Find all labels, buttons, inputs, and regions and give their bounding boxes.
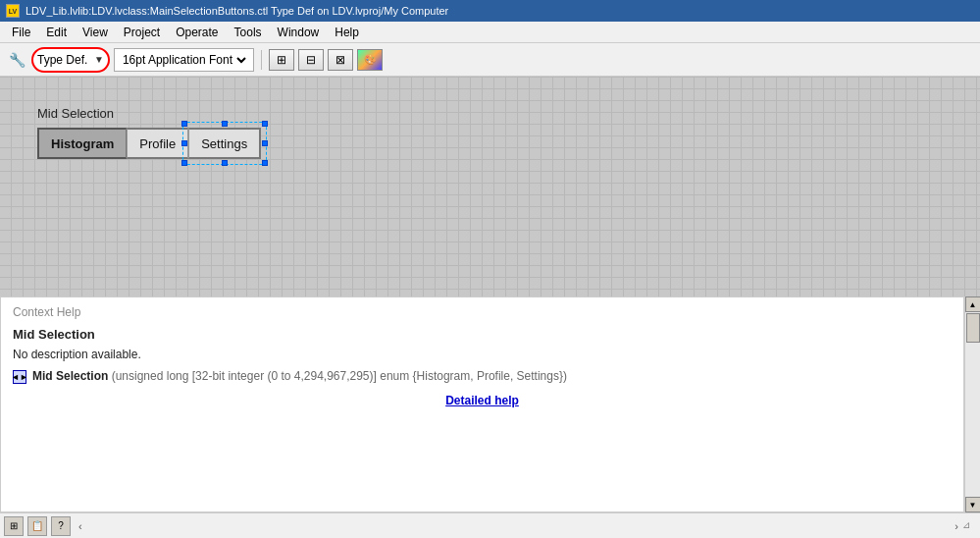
context-help-body: Mid Selection No description available. … (1, 323, 963, 508)
buttons-cluster: Histogram Profile Settings (37, 128, 261, 159)
histogram-button[interactable]: Histogram (37, 128, 127, 159)
status-icon-3[interactable]: ? (51, 516, 71, 536)
font-select[interactable]: 16pt Application Font 12pt Application F… (119, 52, 249, 68)
canvas-area: Mid Selection Histogram Profile Settings (0, 77, 980, 512)
distribute-icon[interactable]: ⊟ (298, 49, 324, 71)
context-help-panel: Context Help Mid Selection No descriptio… (0, 296, 964, 512)
color-icon[interactable]: 🎨 (357, 49, 383, 71)
type-def-dropdown[interactable]: Type Def. Control Indicator ▼ (31, 47, 110, 73)
menu-edit[interactable]: Edit (38, 24, 75, 41)
handle-top-right (262, 121, 268, 127)
scroll-up-btn[interactable]: ▲ (965, 296, 981, 312)
handle-bottom-mid (222, 160, 228, 166)
font-dropdown-wrap[interactable]: 16pt Application Font 12pt Application F… (114, 48, 254, 72)
toolbar: 🔧 Type Def. Control Indicator ▼ 16pt App… (0, 43, 980, 77)
handle-bottom-right (262, 160, 268, 166)
handle-top-mid (222, 121, 228, 127)
profile-button[interactable]: Profile (127, 128, 188, 159)
status-icon-2[interactable]: 📋 (27, 516, 47, 536)
title-bar-text: LDV_Lib.lvlib:LDV.lvclass:MainSelectionB… (26, 5, 448, 17)
context-help-header: Context Help (1, 297, 963, 323)
right-scrollbar[interactable]: ▲ ▼ (964, 296, 980, 512)
menu-operate[interactable]: Operate (168, 24, 226, 41)
menu-view[interactable]: View (75, 24, 116, 41)
menu-project[interactable]: Project (116, 24, 168, 41)
handle-top-left (181, 121, 187, 127)
settings-button-wrap: Settings (188, 128, 261, 159)
status-icon-1[interactable]: ⊞ (4, 516, 24, 536)
detailed-help-link[interactable]: Detailed help (13, 394, 952, 407)
menu-bar: File Edit View Project Operate Tools Win… (0, 22, 980, 43)
menu-help[interactable]: Help (327, 24, 367, 41)
menu-tools[interactable]: Tools (227, 24, 270, 41)
toolbar-separator-1 (261, 50, 262, 70)
type-icon: ◄► (13, 370, 26, 384)
scroll-right-arrow[interactable]: › (954, 520, 958, 532)
context-help-type-line: ◄► Mid Selection (unsigned long [32-bit … (13, 369, 952, 384)
context-help-type-name: Mid Selection (32, 369, 108, 383)
align-icon[interactable]: ⊞ (269, 49, 294, 71)
context-help-title: Mid Selection (13, 327, 952, 342)
context-help-type-detail: (unsigned long [32-bit integer (0 to 4,2… (112, 369, 567, 383)
title-bar: LV LDV_Lib.lvlib:LDV.lvclass:MainSelecti… (0, 0, 980, 22)
menu-file[interactable]: File (4, 24, 38, 41)
wrench-icon[interactable]: 🔧 (6, 49, 27, 71)
resize-grip[interactable]: ⊿ (962, 519, 976, 533)
context-help-description: No description available. (13, 348, 952, 361)
main-area: Mid Selection Histogram Profile Settings (0, 77, 980, 512)
type-def-dropdown-arrow: ▼ (94, 54, 104, 65)
settings-button[interactable]: Settings (188, 128, 261, 159)
app-icon: LV (6, 4, 20, 18)
scroll-left-arrow[interactable]: ‹ (78, 520, 82, 532)
scroll-track (965, 312, 980, 497)
menu-window[interactable]: Window (270, 24, 328, 41)
mid-selection-label: Mid Selection (37, 106, 114, 121)
handle-bottom-left (181, 160, 187, 166)
type-def-select[interactable]: Type Def. Control Indicator (37, 53, 102, 67)
scroll-down-btn[interactable]: ▼ (965, 497, 981, 512)
scroll-thumb[interactable] (966, 313, 980, 343)
bottom-bar: ⊞ 📋 ? ‹ › ⊿ (0, 512, 980, 538)
resize-icon[interactable]: ⊠ (328, 49, 353, 71)
handle-mid-right (262, 140, 268, 146)
